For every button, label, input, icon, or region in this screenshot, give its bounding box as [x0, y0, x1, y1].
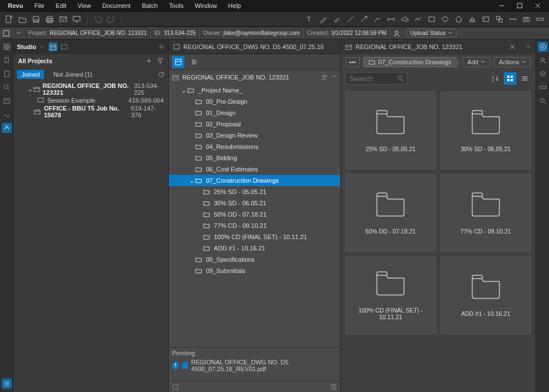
- menu-help[interactable]: Help: [222, 1, 247, 10]
- upload-status-button[interactable]: Upload Status: [406, 29, 456, 37]
- grid-view-icon[interactable]: [504, 72, 516, 85]
- ruler-tool-icon[interactable]: [534, 14, 546, 25]
- rail-file-icon[interactable]: [2, 69, 12, 79]
- search-input[interactable]: [349, 74, 397, 83]
- studio-sessions-icon[interactable]: [61, 43, 68, 50]
- stamp-tool-icon[interactable]: [467, 14, 478, 25]
- cloud-tool-icon[interactable]: [399, 14, 410, 25]
- group-tool-icon[interactable]: [494, 14, 505, 25]
- new-file-icon[interactable]: [3, 14, 15, 25]
- rail-studio-icon[interactable]: [2, 123, 12, 133]
- close-button[interactable]: [529, 0, 547, 11]
- rail-signatures-icon[interactable]: [2, 109, 12, 120]
- folder-row[interactable]: 04_Resubmissions: [169, 141, 340, 152]
- expand-icon[interactable]: [331, 74, 337, 81]
- breadcrumb-current[interactable]: 07_Construction Drawings: [363, 57, 456, 67]
- browser-tab-close-icon[interactable]: [505, 44, 520, 50]
- doc-tree-view-icon[interactable]: [172, 56, 185, 68]
- add-button[interactable]: Add: [462, 57, 490, 67]
- maximize-button[interactable]: [511, 0, 529, 11]
- folder-card[interactable]: 77% CD - 09.10.21: [441, 174, 532, 252]
- menu-file[interactable]: File: [29, 1, 50, 10]
- rail-forms-icon[interactable]: [2, 96, 12, 106]
- folder-row[interactable]: 100% CD (FINAL SET) - 10.11.21: [169, 231, 340, 243]
- project-row[interactable]: ⌄REGIONAL OFFICE_JOB NO. 123321313-534-2…: [14, 83, 168, 95]
- print-icon[interactable]: [44, 14, 55, 25]
- folder-card[interactable]: 50% DD - 07.18.21: [345, 174, 436, 252]
- minimize-button[interactable]: [493, 0, 511, 11]
- arrow-tool-icon[interactable]: [358, 14, 370, 25]
- folder-card[interactable]: 25% SD - 05.05.21: [345, 91, 436, 169]
- menu-document[interactable]: Document: [96, 1, 136, 10]
- studio-projects-icon[interactable]: [49, 42, 58, 51]
- line-tool-icon[interactable]: [345, 14, 356, 25]
- folder-row[interactable]: 30% SD - 06.05.21: [169, 197, 340, 209]
- studio-dropdown-icon[interactable]: [39, 44, 45, 50]
- menu-batch[interactable]: Batch: [136, 1, 163, 10]
- menu-edit[interactable]: Edit: [50, 1, 72, 10]
- menu-tools[interactable]: Tools: [164, 1, 190, 10]
- chevron-down-icon[interactable]: ⌄: [180, 87, 187, 94]
- chevron-down-icon[interactable]: ⌄: [188, 177, 195, 184]
- user-icon[interactable]: [390, 29, 403, 37]
- open-icon[interactable]: [17, 14, 28, 25]
- actions-button[interactable]: Actions: [494, 57, 531, 67]
- rail-measure-icon[interactable]: [538, 82, 548, 93]
- image-tool-icon[interactable]: [480, 14, 491, 25]
- monitor-icon[interactable]: [71, 14, 82, 25]
- rail-thumbnails-icon[interactable]: [2, 42, 12, 52]
- folder-card[interactable]: 30% SD - 06.05.21: [441, 91, 532, 169]
- menu-revu[interactable]: Revu: [2, 1, 29, 10]
- doc-footer-left-icon[interactable]: [172, 384, 179, 390]
- project-dropdown-icon[interactable]: [12, 31, 25, 36]
- rectangle-tool-icon[interactable]: [426, 14, 437, 25]
- folder-row[interactable]: 00_Pre-Design: [169, 96, 340, 107]
- rail-search-right-icon[interactable]: [538, 96, 548, 106]
- search-input-wrap[interactable]: [345, 72, 407, 85]
- project-row[interactable]: Session Example418-589-064: [14, 95, 168, 106]
- project-menu-icon[interactable]: [0, 29, 12, 37]
- folder-row[interactable]: 77% CD - 09.10.21: [169, 220, 340, 231]
- list-view-icon[interactable]: [519, 72, 531, 85]
- callout-tool-icon[interactable]: [372, 14, 383, 25]
- project-row[interactable]: OFFICE - BBU T5 Job No. 15678619-147-376: [14, 106, 168, 117]
- rail-search-icon[interactable]: [2, 82, 12, 93]
- ellipse-tool-icon[interactable]: [440, 14, 451, 25]
- folder-row[interactable]: 05_Bidding: [169, 152, 340, 164]
- studio-settings-icon[interactable]: [158, 43, 165, 50]
- rail-bookmarks-icon[interactable]: [2, 55, 12, 65]
- folder-row[interactable]: 50% DD - 07.18.21: [169, 209, 340, 220]
- folder-row[interactable]: ADD #1 - 10.16.21: [169, 243, 340, 254]
- expand-icon[interactable]: ⌄: [27, 86, 33, 93]
- snapshot-tool-icon[interactable]: [521, 14, 532, 25]
- pending-file-row[interactable]: ⇡ REGIONAL OFFICE_DWG NO. D5 4500_07.25.…: [172, 359, 337, 372]
- folder-row[interactable]: 09_Submittals: [169, 265, 340, 276]
- pen-tool-icon[interactable]: [318, 14, 329, 25]
- browser-tab-chevron-icon[interactable]: [525, 44, 531, 50]
- doc-settings-icon[interactable]: [188, 56, 200, 68]
- dimension-tool-icon[interactable]: [385, 14, 397, 25]
- rail-properties-icon[interactable]: [538, 42, 548, 52]
- folder-row[interactable]: 06_Cost Estimates: [169, 164, 340, 175]
- joined-filter[interactable]: Joined: [17, 70, 44, 79]
- sort-icon[interactable]: AZ: [489, 72, 502, 85]
- folder-row[interactable]: 01_Design: [169, 107, 340, 118]
- folder-card[interactable]: ADD #1 - 10.16.21: [441, 256, 532, 334]
- polyline-tool-icon[interactable]: [412, 14, 424, 25]
- folder-row[interactable]: 25% SD - 05.05.21: [169, 186, 340, 197]
- rail-tool-chest-icon[interactable]: [2, 378, 12, 389]
- redo-icon[interactable]: [106, 14, 117, 25]
- folder-row[interactable]: ⌄07_Construction Drawings: [169, 175, 340, 186]
- folder-card[interactable]: 100% CD (FINAL SET) - 10.11.21: [345, 256, 436, 334]
- measure-tool-icon[interactable]: [507, 14, 519, 25]
- folder-row[interactable]: 02_Proposal: [169, 118, 340, 130]
- folder-row[interactable]: ⌄_Project Name_: [169, 85, 340, 96]
- breadcrumb-menu-button[interactable]: •••: [345, 57, 360, 67]
- doc-footer-right-icon[interactable]: [330, 384, 337, 390]
- invite-icon[interactable]: [321, 74, 328, 81]
- refresh-icon[interactable]: [158, 71, 165, 78]
- filter-icon[interactable]: [157, 58, 164, 64]
- menu-view[interactable]: View: [72, 1, 97, 10]
- add-project-icon[interactable]: [146, 58, 152, 64]
- highlight-tool-icon[interactable]: [331, 14, 342, 25]
